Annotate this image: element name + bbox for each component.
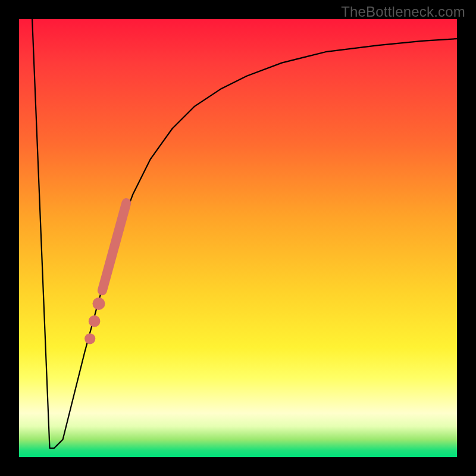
marker-dot-1 <box>93 298 105 310</box>
plot-area <box>19 19 457 457</box>
curve-path <box>32 19 457 448</box>
marker-segment-path <box>102 203 126 290</box>
watermark-text: TheBottleneck.com <box>341 4 465 20</box>
series-curve <box>32 19 457 448</box>
marker-dot-3 <box>84 333 95 344</box>
marker-group <box>84 203 126 344</box>
marker-dot-2 <box>89 315 101 327</box>
curve-svg <box>19 19 457 457</box>
chart-frame: TheBottleneck.com <box>0 0 476 476</box>
